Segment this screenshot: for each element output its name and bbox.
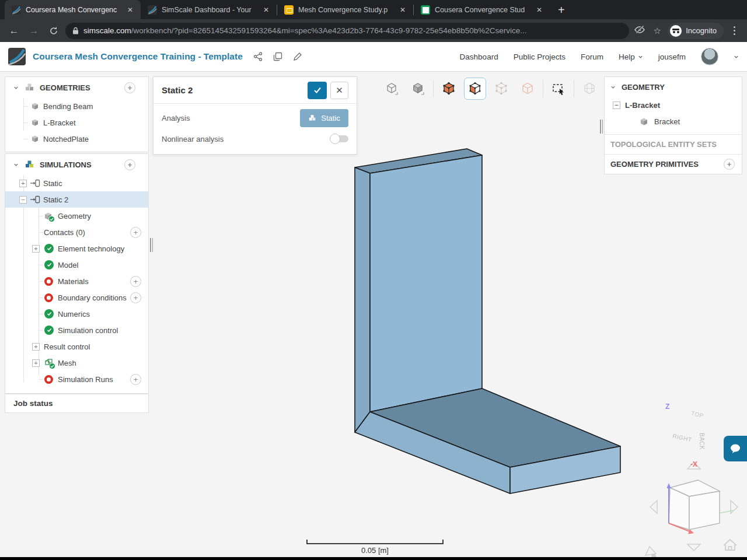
tab-title: Coursera Mesh Convergenc — [26, 6, 121, 14]
nav-forum[interactable]: Forum — [581, 52, 603, 61]
browser-menu-icon[interactable] — [727, 26, 741, 35]
back-icon[interactable]: ← — [6, 23, 22, 39]
browser-url-bar: ← → simscale.com/workbench/?pid=82651454… — [0, 19, 747, 42]
incognito-badge: Incognito — [668, 23, 724, 39]
chevron-down-icon — [638, 54, 643, 60]
forward-icon[interactable]: → — [26, 23, 42, 39]
rotate-right-arrow — [731, 501, 738, 513]
app-header: Coursera Mesh Convergence Training - Tem… — [0, 42, 747, 72]
tab-title: Cousera Convergence Stud — [435, 6, 530, 14]
lock-icon — [72, 27, 79, 34]
tab-workbench[interactable]: Coursera Mesh Convergenc ✕ — [5, 0, 141, 19]
tab-title: Mesh Convergence Study.p — [298, 6, 393, 14]
browser-tab-bar: Coursera Mesh Convergenc ✕ SimScale Dash… — [0, 0, 747, 19]
bookmark-star-icon[interactable]: ☆ — [650, 26, 664, 36]
tab-close-icon[interactable]: ✕ — [261, 5, 271, 15]
tab-title: SimScale Dashboard - Your — [162, 6, 257, 14]
edit-pencil-icon[interactable] — [293, 52, 302, 61]
rotate-down-arrow — [687, 544, 700, 551]
slides-icon — [284, 5, 294, 15]
tab-close-icon[interactable]: ✕ — [535, 5, 544, 15]
orientation-cube — [669, 480, 720, 530]
sheets-icon — [421, 5, 430, 15]
nav-public-projects[interactable]: Public Projects — [514, 52, 566, 61]
account-chevron-icon[interactable] — [734, 54, 739, 60]
nav-dashboard[interactable]: Dashboard — [460, 52, 498, 61]
eye-off-icon[interactable] — [633, 25, 647, 36]
chat-bubble-icon — [729, 443, 741, 454]
tab-close-icon[interactable]: ✕ — [398, 5, 407, 15]
tab-sheets[interactable]: Cousera Convergence Stud ✕ — [414, 0, 550, 19]
incognito-icon — [670, 25, 682, 37]
incognito-label: Incognito — [686, 26, 717, 35]
simscale-logo[interactable] — [8, 48, 26, 65]
new-tab-button[interactable]: + — [558, 4, 565, 16]
scale-bar: 0.05 [m] — [306, 540, 444, 555]
scale-bar-line — [306, 540, 444, 544]
cube-face-back[interactable]: BACK — [699, 433, 705, 450]
l-bracket-model — [355, 149, 620, 494]
url-domain: simscale.com — [83, 26, 131, 35]
duplicate-icon[interactable] — [273, 52, 282, 61]
bottom-strip — [0, 557, 747, 560]
tab-dashboard[interactable]: SimScale Dashboard - Your ✕ — [141, 0, 277, 19]
scale-bar-label: 0.05 [m] — [306, 546, 444, 555]
nav-help[interactable]: Help — [619, 52, 643, 61]
reload-icon[interactable] — [46, 23, 62, 39]
project-title: Coursera Mesh Convergence Training - Tem… — [33, 51, 243, 62]
address-bar[interactable]: simscale.com/workbench/?pid=826514543259… — [65, 23, 629, 39]
simscale-icon — [148, 5, 157, 15]
viewport-3d[interactable] — [0, 72, 747, 558]
tab-close-icon[interactable]: ✕ — [125, 5, 135, 15]
url-path: /workbench/?pid=8265145432591593264&mi=s… — [131, 26, 527, 35]
support-chat-button[interactable] — [724, 436, 747, 461]
tab-slides[interactable]: Mesh Convergence Study.p ✕ — [277, 0, 413, 19]
simscale-icon — [12, 5, 21, 15]
x-axis-label: -X — [690, 460, 697, 468]
rotate-left-arrow — [650, 501, 657, 513]
avatar[interactable] — [701, 48, 718, 65]
view-navigation-widget — [645, 462, 738, 558]
z-axis-label: Z — [665, 402, 669, 411]
home-icon — [724, 540, 736, 550]
username[interactable]: jousefm — [658, 52, 686, 61]
share-icon[interactable] — [253, 52, 263, 61]
